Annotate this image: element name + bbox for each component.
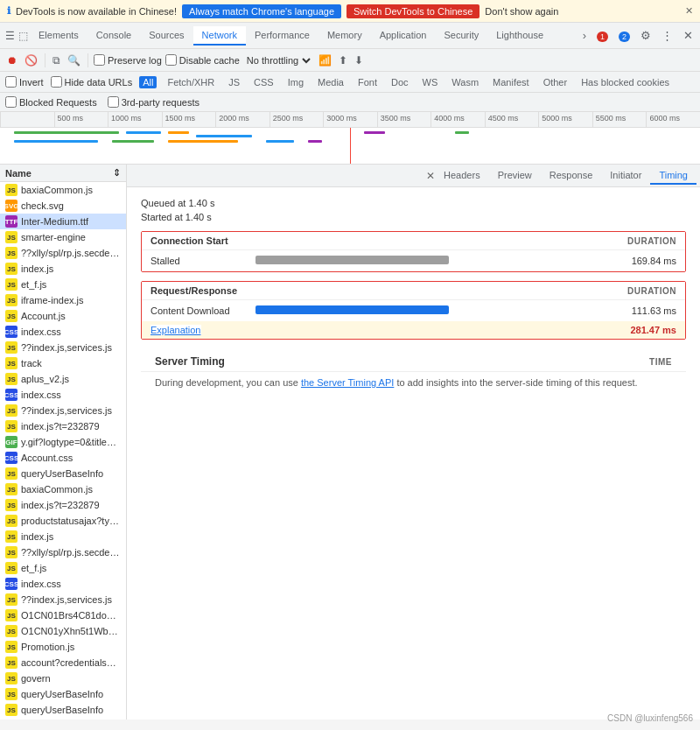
file-item[interactable]: JS??index.js,services.js xyxy=(0,592,126,607)
file-item[interactable]: CSSindex.css xyxy=(0,324,126,340)
file-item[interactable]: JSiframe-index.js xyxy=(0,292,126,308)
preserve-log-input[interactable] xyxy=(94,54,105,66)
search-icon[interactable]: 🔍 xyxy=(66,53,82,68)
file-item[interactable]: JSindex.js xyxy=(0,529,126,544)
file-item[interactable]: JSAccount.js xyxy=(0,308,126,324)
tab-lighthouse[interactable]: Lighthouse xyxy=(487,26,552,46)
file-item[interactable]: JSindex.js?t=232879 xyxy=(0,497,126,513)
file-item[interactable]: GIFy.gif?logtype=0&title=&p xyxy=(0,434,126,450)
tab-preview[interactable]: Preview xyxy=(489,167,541,185)
close-icon[interactable]: ✕ xyxy=(685,5,693,17)
hide-data-urls-checkbox[interactable]: Hide data URLs xyxy=(51,76,133,88)
settings-icon[interactable]: ⚙ xyxy=(637,27,654,44)
file-item[interactable]: JSO1CN01yXhn5t1WbC3mV xyxy=(0,623,126,639)
file-item[interactable]: JS??index.js,services.js xyxy=(0,340,126,355)
server-timing-api-link[interactable]: the Server Timing API xyxy=(301,377,394,388)
upload-icon[interactable]: ⬆ xyxy=(337,53,349,68)
timeline: 500 ms 1000 ms 1500 ms 2000 ms 2500 ms 3… xyxy=(0,112,700,165)
filter-wasm[interactable]: Wasm xyxy=(448,76,482,88)
close-devtools-icon[interactable]: ✕ xyxy=(680,27,696,44)
tab-sources[interactable]: Sources xyxy=(140,26,192,46)
filter-ws[interactable]: WS xyxy=(419,76,442,88)
tab-performance[interactable]: Performance xyxy=(246,26,318,46)
dismiss-button[interactable]: Don't show again xyxy=(485,6,558,17)
tab-application[interactable]: Application xyxy=(371,26,436,46)
hide-data-urls-input[interactable] xyxy=(51,76,62,88)
file-item[interactable]: JSindex.js xyxy=(0,261,126,277)
disable-cache-input[interactable] xyxy=(165,54,177,66)
file-item[interactable]: SVGcheck.svg xyxy=(0,198,126,214)
file-item[interactable]: JStrack xyxy=(0,355,126,371)
filter-media[interactable]: Media xyxy=(314,76,347,88)
filter-manifest[interactable]: Manifest xyxy=(489,76,533,88)
tab-timing[interactable]: Timing xyxy=(650,167,696,185)
file-item[interactable]: JSaccount?credentials=inclu xyxy=(0,655,126,670)
file-item[interactable]: JSbaxiaCommon.js xyxy=(0,182,126,198)
file-item[interactable]: JSaplus_v2.js xyxy=(0,371,126,387)
file-item[interactable]: JSbaxiaCommon.js xyxy=(0,481,126,497)
filter-fetch-xhr[interactable]: Fetch/XHR xyxy=(164,76,218,88)
file-item[interactable]: CSSindex.css xyxy=(0,718,126,719)
file-item[interactable]: JS??xlly/spl/rp.js.secdev/nsv/ xyxy=(0,245,126,261)
invert-input[interactable] xyxy=(5,76,17,88)
match-language-button[interactable]: Always match Chrome's language xyxy=(182,4,341,18)
filter-other[interactable]: Other xyxy=(540,76,571,88)
download-icon[interactable]: ⬇ xyxy=(353,53,365,68)
filter-css[interactable]: CSS xyxy=(250,76,277,88)
close-detail-button[interactable]: ✕ xyxy=(426,170,435,182)
clear-icon[interactable]: 🚫 xyxy=(23,53,39,68)
file-item[interactable]: JS??index.js,services.js xyxy=(0,403,126,418)
filter-img[interactable]: Img xyxy=(284,76,307,88)
file-item[interactable]: CSSAccount.css xyxy=(0,450,126,466)
tab-network[interactable]: Network xyxy=(193,26,246,46)
explanation-link[interactable]: Explanation xyxy=(150,325,201,335)
tab-response[interactable]: Response xyxy=(541,167,602,185)
error-badge[interactable]: 1 xyxy=(593,27,612,44)
chevron-right-icon[interactable]: › xyxy=(579,27,590,44)
blocked-requests-checkbox[interactable]: Blocked Requests xyxy=(5,96,97,108)
preserve-log-checkbox[interactable]: Preserve log xyxy=(94,54,162,66)
file-item[interactable]: JSO1CN01Brs4C81doCbIEL xyxy=(0,607,126,623)
file-item[interactable]: JSet_f.js xyxy=(0,560,126,576)
file-item[interactable]: JSqueryUserBaseInfo xyxy=(0,702,126,718)
filter-font[interactable]: Font xyxy=(354,76,381,88)
record-icon[interactable]: ⏺ xyxy=(5,53,19,68)
file-item[interactable]: JSindex.js?t=232879 xyxy=(0,418,126,434)
switch-devtools-button[interactable]: Switch DevTools to Chinese xyxy=(346,4,480,18)
filter-has-blocked-cookies[interactable]: Has blocked cookies xyxy=(578,76,673,88)
tab-console[interactable]: Console xyxy=(88,26,140,46)
third-party-checkbox[interactable]: 3rd-party requests xyxy=(108,96,200,108)
tab-initiator[interactable]: Initiator xyxy=(601,167,650,185)
file-item[interactable]: JSqueryUserBaseInfo xyxy=(0,466,126,481)
resize-handle[interactable]: ⇕ xyxy=(113,167,121,179)
css-file-icon: CSS xyxy=(5,578,18,590)
file-item[interactable]: JSsmarter-engine xyxy=(0,229,126,245)
file-item[interactable]: TTFInter-Medium.ttf xyxy=(0,214,126,229)
tab-headers[interactable]: Headers xyxy=(435,167,489,185)
wifi-icon[interactable]: 📶 xyxy=(317,53,333,68)
devtools-menu-icon[interactable]: ☰ xyxy=(4,28,17,44)
tab-memory[interactable]: Memory xyxy=(318,26,371,46)
blocked-requests-input[interactable] xyxy=(5,96,17,108)
file-item[interactable]: JSPromotion.js xyxy=(0,639,126,655)
file-item[interactable]: JSqueryUserBaseInfo xyxy=(0,686,126,702)
warning-badge[interactable]: 2 xyxy=(615,27,634,44)
third-party-input[interactable] xyxy=(108,96,119,108)
file-item[interactable]: JSgovern xyxy=(0,670,126,686)
invert-checkbox[interactable]: Invert xyxy=(5,76,44,88)
throttling-select[interactable]: No throttling xyxy=(243,54,313,67)
disable-cache-checkbox[interactable]: Disable cache xyxy=(165,54,240,66)
filter-js[interactable]: JS xyxy=(225,76,243,88)
file-item[interactable]: CSSindex.css xyxy=(0,387,126,403)
filter-all[interactable]: All xyxy=(139,76,157,88)
inspect-icon[interactable]: ⬚ xyxy=(17,28,30,44)
more-options-icon[interactable]: ⋮ xyxy=(658,27,676,44)
filter-icon[interactable]: ⧉ xyxy=(51,53,62,68)
filter-doc[interactable]: Doc xyxy=(388,76,412,88)
file-item[interactable]: JSproductstatusajax?type=q xyxy=(0,513,126,529)
file-item[interactable]: CSSindex.css xyxy=(0,576,126,592)
tab-elements[interactable]: Elements xyxy=(30,26,88,46)
file-item[interactable]: JS??xlly/spl/rp.js.secdev/nsv/ xyxy=(0,544,126,560)
file-item[interactable]: JSet_f.js xyxy=(0,277,126,292)
tab-security[interactable]: Security xyxy=(435,26,487,46)
